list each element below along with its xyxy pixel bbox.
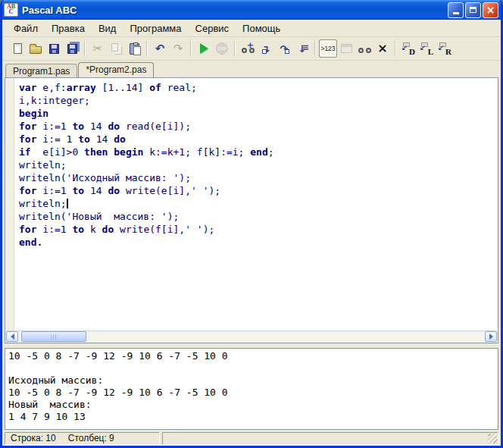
app-icon: AB C xyxy=(4,3,18,17)
output-line: Новый массив: xyxy=(8,399,495,411)
output-line: 1 4 7 9 10 13 xyxy=(8,411,495,423)
window-title: Pascal ABC xyxy=(22,5,444,16)
cut-button: ✂ xyxy=(89,39,107,58)
code-line: for i:= 1 to 14 do xyxy=(19,133,496,146)
run-button[interactable] xyxy=(195,39,213,58)
tab-program1-pas[interactable]: Program1.pas xyxy=(5,64,77,77)
code-line: for i:=1 to 14 do write(e[i],' '); xyxy=(19,184,496,197)
resize-grip[interactable] xyxy=(488,434,498,443)
maximize-button[interactable] xyxy=(465,2,481,18)
output-window-button xyxy=(337,39,355,58)
copy-button xyxy=(107,39,125,58)
menu-item-0[interactable]: Файл xyxy=(7,21,45,36)
code-line: if e[i]>0 then begin k:=k+1; f[k]:=i; en… xyxy=(19,146,496,158)
menu-item-3[interactable]: Программа xyxy=(123,21,188,36)
output-line: 10 -5 0 8 -7 -9 12 -9 10 6 -7 -5 10 0 xyxy=(8,350,495,362)
menu-item-5[interactable]: Помощь xyxy=(236,21,287,36)
code-line: writeln('Исходный массив: '); xyxy=(19,171,496,184)
code-line: writeln('Новый массив: '); xyxy=(19,210,496,223)
undo-button[interactable]: ↶ xyxy=(151,39,169,58)
save-button[interactable] xyxy=(45,39,63,58)
code-line: for i:=1 to k do write(f[i],' '); xyxy=(19,223,496,236)
horizontal-scrollbar[interactable] xyxy=(5,331,498,343)
text-caret xyxy=(67,199,68,208)
output-line xyxy=(8,362,495,374)
toolbar: ✂↶↷STOP+↴↷↓≡>123×↙D↙L↙R xyxy=(2,37,501,61)
step-into-button[interactable]: ↴ xyxy=(257,39,275,58)
open-folder-button[interactable] xyxy=(27,39,45,58)
app-icon-letter-c: C xyxy=(5,9,17,15)
scroll-left-icon xyxy=(11,334,14,340)
stop-button: STOP xyxy=(213,39,231,58)
line-numbers-button[interactable]: >123 xyxy=(319,39,337,58)
status-column: Столбец: 9 xyxy=(68,433,114,443)
redo-button: ↷ xyxy=(169,39,187,58)
insert-d-button[interactable]: ↙D xyxy=(399,39,417,58)
run-to-cursor-button[interactable]: ↓≡ xyxy=(293,39,311,58)
clear-button[interactable]: × xyxy=(373,39,392,58)
watch-button[interactable] xyxy=(355,39,373,58)
add-watch-button[interactable]: + xyxy=(239,39,257,58)
insert-l-button[interactable]: ↙L xyxy=(417,39,436,58)
status-message-panel xyxy=(162,432,498,445)
save-all-button[interactable] xyxy=(63,39,81,58)
code-line: i,k:integer; xyxy=(19,94,496,107)
paste-button[interactable] xyxy=(125,39,143,58)
scroll-right-button[interactable] xyxy=(485,331,497,342)
code-line: writeln; xyxy=(19,197,496,210)
output-panel: 10 -5 0 8 -7 -9 12 -9 10 6 -7 -5 10 0 Ис… xyxy=(5,348,498,430)
editor-gutter xyxy=(5,78,14,331)
menu-item-2[interactable]: Вид xyxy=(92,21,123,36)
code-line: var e,f:array [1..14] of real; xyxy=(19,81,496,94)
insert-r-button[interactable]: ↙R xyxy=(436,39,454,58)
code-line: begin xyxy=(19,107,496,120)
code-line: writeln; xyxy=(19,158,496,171)
maximize-icon xyxy=(470,7,476,13)
scrollbar-thumb[interactable] xyxy=(21,331,86,342)
code-text: var e,f:array [1..14] of real;i,k:intege… xyxy=(14,78,498,331)
close-button[interactable]: × xyxy=(483,2,498,18)
code-line: for i:=1 to 14 do read(e[i]); xyxy=(19,120,496,133)
status-position-panel: Строка: 10 Столбец: 9 xyxy=(5,432,160,445)
status-line: Строка: 10 xyxy=(11,433,56,443)
output-line: 10 -5 0 8 -7 -9 12 -9 10 6 -7 -5 10 0 xyxy=(8,387,495,399)
toolbar-separator xyxy=(84,41,86,56)
tab-bar: Program1.pas*Program2.pas xyxy=(2,61,501,77)
code-line: end. xyxy=(19,236,496,249)
app-window: AB C Pascal ABC × ФайлПравкаВидПрограмма… xyxy=(0,0,503,448)
code-editor[interactable]: var e,f:array [1..14] of real;i,k:intege… xyxy=(5,77,498,331)
menu-bar: ФайлПравкаВидПрограммаСервисПомощь xyxy=(2,20,501,37)
new-file-button[interactable] xyxy=(8,39,27,58)
scroll-left-button[interactable] xyxy=(6,331,18,342)
toolbar-separator xyxy=(146,41,148,56)
minimize-button[interactable] xyxy=(448,2,464,18)
minimize-icon xyxy=(453,12,459,14)
title-bar: AB C Pascal ABC × xyxy=(0,0,503,20)
tab-program2-pas[interactable]: *Program2.pas xyxy=(78,62,154,77)
toolbar-separator xyxy=(314,41,316,56)
status-bar: Строка: 10 Столбец: 9 xyxy=(2,430,501,446)
output-line: Исходный массив: xyxy=(8,374,495,387)
step-over-button[interactable]: ↷ xyxy=(275,39,293,58)
close-icon: × xyxy=(486,5,495,15)
toolbar-separator xyxy=(190,41,192,56)
toolbar-separator xyxy=(395,41,396,56)
toolbar-separator xyxy=(234,41,236,56)
menu-item-1[interactable]: Правка xyxy=(45,21,92,36)
menu-item-4[interactable]: Сервис xyxy=(189,21,236,36)
scroll-right-icon xyxy=(489,334,493,340)
